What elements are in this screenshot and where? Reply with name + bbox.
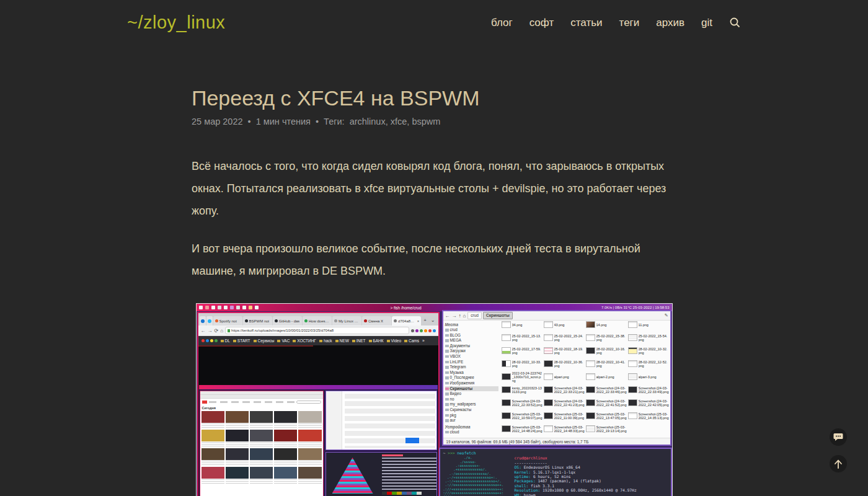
fm-file-item[interactable]: alpari-3.png [628, 370, 669, 383]
fm-file-item[interactable]: Screenshot-[25-03-2022_10:59:07].png [502, 409, 542, 422]
fm-file-item[interactable]: Screenshot-[24-03-2022_22:33:49].png [628, 383, 669, 396]
bookmark-icon[interactable] [202, 339, 205, 342]
fm-place-item[interactable]: 0_Последнее [445, 375, 498, 381]
forward-icon[interactable]: → [208, 328, 213, 334]
nav-link[interactable]: софт [529, 17, 554, 29]
fm-file-item[interactable]: 25-02-2022_15-13.png [502, 331, 542, 344]
toolbar-icon[interactable] [420, 329, 423, 332]
fm-file-item[interactable]: 28-02-2022_10-33.png [502, 357, 542, 370]
fm-place-item[interactable]: Изображения [445, 381, 498, 386]
fm-file-item[interactable]: 25-02-2022_18-19.png [544, 344, 585, 357]
fm-file-item[interactable]: 25-02-2022_17-59.png [502, 344, 542, 357]
browser-tab[interactable]: GitHub - das × [273, 316, 302, 326]
fm-file-item[interactable]: Screenshot-[25-03-2022_14:35:13].png [628, 409, 669, 422]
fm-file-item[interactable]: Screenshot-[24-03-2022_22:41:52].png [586, 396, 627, 409]
bookmark-folder[interactable]: VAC [277, 339, 290, 343]
fm-place-item[interactable]: Скриншоты [445, 386, 498, 392]
toolbar-icon[interactable] [415, 329, 418, 332]
fm-file-item[interactable]: Screenshot-[24-03-2022_22:42:05].png [628, 396, 669, 409]
bookmark-folder[interactable]: NEW [335, 339, 349, 343]
bookmark-folder[interactable]: Сервисы [254, 339, 275, 343]
fm-file-item[interactable]: 28-02-2022_10-36.png [544, 357, 585, 370]
bookmark-folder[interactable]: ХОСТИНГ [293, 339, 316, 343]
fm-file-item[interactable]: ksnip_20220323-130133.png [502, 383, 542, 396]
fm-place-item[interactable]: BLOG [445, 333, 498, 339]
fm-file-item[interactable]: Screenshot-[25-03-2022_14:48:24].png [502, 422, 542, 435]
tag-links[interactable]: archlinux, xfce, bspwm [350, 117, 441, 126]
browser-tab[interactable]: d704a8_full.p × [392, 316, 421, 326]
toolbar-icon[interactable] [433, 329, 436, 332]
fm-file-item[interactable]: Screenshot-[25-03-2022_13:47:05].png [586, 409, 627, 422]
fm-file-item[interactable]: Screenshot-[24-03-2022_22:33:52].png [502, 396, 542, 409]
fm-forward-icon[interactable]: → [452, 313, 457, 319]
bookmark-folder[interactable]: hack [319, 339, 332, 343]
fm-file-item[interactable]: 28-02-2022_10-41.png [586, 357, 627, 370]
browser-tab[interactable]: How does bs × [303, 316, 332, 326]
search-button[interactable] [729, 17, 741, 29]
bookmark-icon[interactable] [210, 339, 213, 342]
fm-home-icon[interactable]: ⌂ [463, 313, 466, 319]
fm-up-icon[interactable]: ↑ [459, 313, 461, 319]
browser-tab[interactable]: Spotify not × [213, 316, 242, 326]
nav-link[interactable]: теги [619, 17, 640, 29]
fm-file-item[interactable]: Screenshot-[25-03-2022_11:00:39].png [544, 409, 585, 422]
bookmark-folder[interactable]: БАНК [369, 339, 384, 343]
browser-tab[interactable]: BSPWM not × [243, 316, 272, 326]
breadcrumb[interactable]: Скриншоты [483, 312, 513, 319]
bookmark-icon[interactable] [206, 339, 209, 342]
fm-place-item[interactable]: Загрузки [445, 348, 498, 354]
nav-link[interactable]: git [701, 17, 712, 29]
bookmark-folder[interactable]: Cams [404, 339, 419, 343]
bookmark-folder[interactable]: DL [221, 339, 230, 343]
toolbar-icon[interactable] [428, 329, 432, 332]
fm-file-item[interactable]: 14.png [586, 321, 627, 331]
fm-file-item[interactable]: 28-02-2022_12-52.png [628, 357, 669, 370]
tab-list-button[interactable]: ⌄ [429, 317, 437, 323]
nav-link[interactable]: блог [491, 17, 513, 29]
fm-file-item[interactable]: 28-02-2022_10-16.png [586, 344, 627, 357]
bookmark-folder[interactable]: INET [352, 339, 366, 343]
fm-place-item[interactable]: Музыка [445, 370, 498, 376]
fm-place-item[interactable]: Документы [445, 343, 498, 349]
nav-link[interactable]: архив [656, 17, 684, 29]
fm-place-item[interactable]: crud [445, 327, 498, 333]
tab-close-icon[interactable]: × [417, 319, 420, 323]
fm-file-item[interactable]: alpari.png [544, 370, 585, 383]
bookmark-icon[interactable] [215, 339, 218, 342]
fm-place-item[interactable]: Скринкасты [445, 407, 498, 413]
fm-place-item[interactable]: no [445, 397, 498, 402]
fm-file-item[interactable]: alpari-2.png [586, 370, 627, 383]
browser-tab[interactable]: Смена X × [362, 316, 391, 326]
reload-icon[interactable]: ⟳ [215, 328, 219, 334]
fm-file-item[interactable]: 2022-03-24-223742_1300x710_scrot.png [502, 370, 542, 383]
pinned-tab-icon[interactable] [206, 316, 213, 326]
fm-file-item[interactable]: Screenshot-[25-03-2022_14:48:33].png [544, 422, 585, 435]
back-icon[interactable]: ← [201, 328, 206, 334]
breadcrumb[interactable]: crud [467, 312, 482, 319]
pinned-tab-icon[interactable] [200, 316, 206, 326]
bookmark-folder[interactable]: Video [387, 339, 402, 343]
fm-file-item[interactable]: 25-02-2022_15-24.png [544, 331, 585, 344]
fm-file-item[interactable]: Screenshot-[25-03-2022_19:13:14].png [586, 422, 627, 435]
fm-file-item[interactable]: Screenshot-[24-03-2022_22:41:23].png [544, 396, 585, 409]
fm-file-item[interactable]: 28-02-2022_10-32.png [628, 344, 669, 357]
fm-place-item[interactable]: Видео [445, 391, 498, 397]
browser-tab[interactable]: My Linux Des × [332, 316, 361, 326]
fm-back-icon[interactable]: ← [445, 313, 450, 319]
url-bar[interactable]: https://tenkoff.ru/uploads/images/10/00/… [225, 327, 409, 334]
fm-file-item[interactable]: 43.png [544, 321, 585, 331]
fm-place-item[interactable]: aur [445, 418, 498, 423]
home-icon[interactable]: ⌂ [220, 328, 223, 334]
fm-edit-icon[interactable]: ✎ [665, 313, 668, 318]
fm-place-item[interactable]: MEGA [445, 338, 498, 343]
fm-place-item[interactable]: pkg [445, 413, 498, 418]
comments-button[interactable] [830, 428, 847, 446]
fm-file-item[interactable]: 11.png [628, 321, 669, 331]
fm-file-item[interactable]: 34.png [502, 321, 542, 331]
fm-file-item[interactable]: 25-02-2022_15-54.png [628, 331, 669, 344]
toolbar-icon[interactable] [411, 329, 414, 332]
bookmark-folder[interactable]: START [233, 339, 250, 343]
new-tab-button[interactable]: + [422, 317, 428, 323]
post-screenshot-image[interactable]: > fish /home/crud 7.0K/s | 0B/s 31°C 25-… [196, 303, 673, 496]
site-title-link[interactable]: ~/zloy_linux [127, 12, 225, 33]
